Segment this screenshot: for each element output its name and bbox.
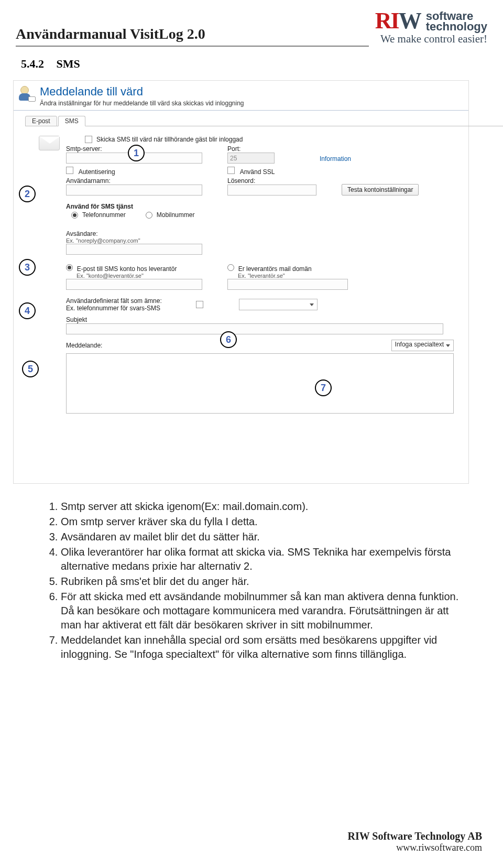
username-label: Användarnamn: xyxy=(66,177,223,185)
instruction-item: För att skicka med ett avsändande mobiln… xyxy=(61,590,472,632)
subject-label: Subjekt xyxy=(66,316,458,323)
tab-email[interactable]: E-post xyxy=(25,116,57,126)
section-title: SMS xyxy=(57,57,80,70)
custom-field-label-l2: Ex. telefonnummer för svars-SMS xyxy=(66,305,192,312)
tabs-bar: E-post SMS xyxy=(25,114,468,126)
information-link[interactable]: Information xyxy=(320,155,351,162)
auth-checkbox[interactable] xyxy=(66,167,73,174)
panel-header: Meddelande till värd Ändra inställningar… xyxy=(14,81,468,111)
ssl-checkbox[interactable] xyxy=(227,167,235,174)
instruction-item: Smtp server att skicka igenom(Ex: mail.d… xyxy=(61,500,472,514)
footer-company: RIW Software Technology AB xyxy=(347,830,482,842)
provider-email-hint: Ex. "konto@leverantör.se" xyxy=(76,273,223,279)
instruction-item: Rubriken på sms'et blir det du anger här… xyxy=(61,574,472,589)
send-sms-checkbox[interactable] xyxy=(85,136,92,143)
document-title: Användarmanual VisitLog 2.0 xyxy=(16,26,369,47)
custom-field-dropdown[interactable] xyxy=(239,299,318,310)
mobile-radio-label: Mobilnummer xyxy=(157,211,195,219)
instruction-item: Meddelandet kan innehålla special ord so… xyxy=(61,633,472,661)
document-footer: RIW Software Technology AB www.riwsoftwa… xyxy=(347,830,482,853)
send-sms-label: Skicka SMS till värd när tillhörande gäs… xyxy=(96,136,243,143)
phone-radio-label: Telefonnummer xyxy=(82,211,126,219)
sender-hint: Ex. "noreply@company.com" xyxy=(66,237,458,244)
mobile-radio[interactable] xyxy=(146,212,152,219)
use-for-sms-label: Använd för SMS tjänst xyxy=(66,203,458,210)
panel-title: Meddelande till värd xyxy=(40,85,244,99)
callout-marker-3: 3 xyxy=(19,259,36,276)
instruction-item: Avsändaren av mailet blir det du sätter … xyxy=(61,530,472,544)
instruction-item: Om smtp server kräver ska du fylla I det… xyxy=(61,515,472,529)
form-area: Skicka SMS till värd när tillhörande gäs… xyxy=(66,134,458,478)
provider-email-radio[interactable] xyxy=(66,264,73,271)
custom-field-checkbox[interactable] xyxy=(196,301,203,308)
person-icon xyxy=(18,85,35,102)
provider-email-label: E-post till SMS konto hos leverantör xyxy=(77,265,177,273)
provider-email-input[interactable] xyxy=(66,279,202,290)
message-textarea[interactable] xyxy=(66,353,454,414)
panel-subtitle: Ändra inställningar för hur meddelande t… xyxy=(40,100,244,107)
company-logo: RIW software technology We make control … xyxy=(375,9,487,47)
logo-line2: technology xyxy=(426,21,487,32)
provider-domain-radio[interactable] xyxy=(227,264,234,271)
custom-field-label-l1: Användardefinierat fält som ämne: xyxy=(66,297,192,305)
sender-input[interactable] xyxy=(66,244,202,255)
logo-tagline: We make control easier! xyxy=(375,34,487,45)
app-screenshot: Meddelande till värd Ändra inställningar… xyxy=(13,80,469,484)
instruction-item: Olika leverantörer har olika format att … xyxy=(61,545,472,573)
envelope-icon xyxy=(39,136,60,150)
auth-label: Autentisering xyxy=(79,168,115,176)
document-header: Användarmanual VisitLog 2.0 RIW software… xyxy=(0,0,503,47)
port-label: Port: xyxy=(227,145,306,153)
ssl-label: Använd SSL xyxy=(240,168,275,176)
subject-input[interactable] xyxy=(66,323,443,334)
logo-riw-icon: RIW xyxy=(375,9,421,32)
callout-marker-7: 7 xyxy=(315,379,332,396)
password-input[interactable] xyxy=(227,185,316,196)
password-label: Lösenord: xyxy=(227,177,332,185)
footer-url: www.riwsoftware.com xyxy=(347,842,482,853)
callout-marker-6: 6 xyxy=(220,331,237,348)
callout-marker-5: 5 xyxy=(22,361,39,377)
callout-marker-1: 1 xyxy=(128,145,145,161)
provider-domain-input[interactable] xyxy=(227,279,348,290)
sender-label: Avsändare: xyxy=(66,230,458,237)
phone-radio[interactable] xyxy=(71,212,78,219)
insert-special-dropdown[interactable]: Infoga specialtext xyxy=(391,340,454,351)
message-label: Meddelande: xyxy=(66,342,102,349)
section-number: 5.4.2 xyxy=(21,57,44,70)
provider-domain-label: Er leverantörs mail domän xyxy=(238,265,312,273)
provider-domain-hint: Ex. "leverantör.se" xyxy=(238,273,364,279)
instruction-list: Smtp server att skicka igenom(Ex: mail.d… xyxy=(47,500,472,661)
callout-marker-2: 2 xyxy=(19,186,36,202)
port-input[interactable] xyxy=(227,153,275,164)
username-input[interactable] xyxy=(66,185,202,196)
smtp-label: Smtp-server: xyxy=(66,145,223,153)
callout-marker-4: 4 xyxy=(19,302,36,319)
tab-sms[interactable]: SMS xyxy=(58,116,85,126)
section-heading: 5.4.2 SMS xyxy=(0,47,503,76)
test-settings-button[interactable]: Testa kontoinställningar xyxy=(342,184,419,196)
